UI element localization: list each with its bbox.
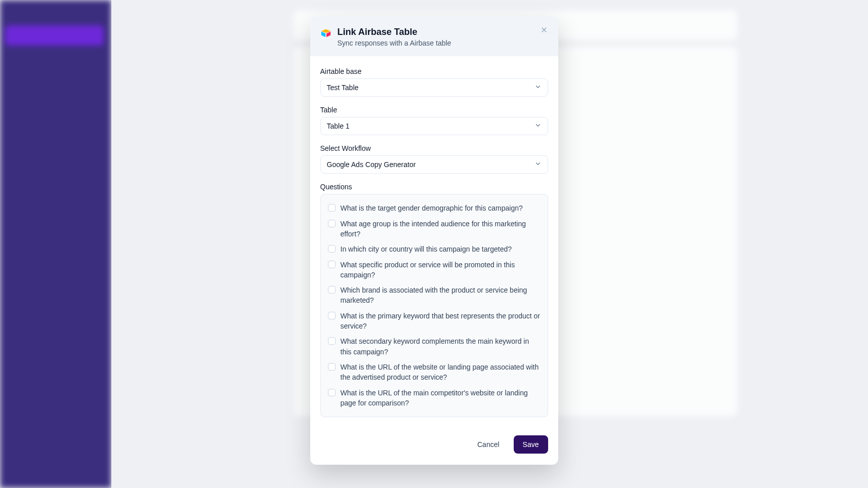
table-label: Table [320, 106, 548, 114]
questions-list: What is the target gender demographic fo… [320, 194, 548, 417]
question-row: What age group is the intended audience … [328, 216, 541, 242]
question-checkbox[interactable] [328, 389, 336, 396]
chevron-down-icon [534, 122, 542, 131]
question-checkbox[interactable] [328, 363, 336, 371]
question-row: What is the URL of the website or landin… [328, 359, 541, 385]
workflow-select[interactable]: Google Ads Copy Generator [320, 155, 548, 174]
question-label[interactable]: Which brand is associated with the produ… [341, 285, 541, 306]
question-checkbox[interactable] [328, 337, 336, 345]
question-row: What is the URL of the main competitor's… [328, 385, 541, 411]
workflow-field: Select Workflow Google Ads Copy Generato… [320, 144, 548, 174]
airtable-icon [320, 27, 332, 38]
chevron-down-icon [534, 84, 542, 92]
question-row: What is the target gender demographic fo… [328, 200, 541, 216]
modal-header: Link Airbase Table Sync responses with a… [310, 16, 558, 56]
modal-title: Link Airbase Table [338, 26, 451, 38]
modal-overlay: Link Airbase Table Sync responses with a… [0, 0, 868, 488]
question-row: Which brand is associated with the produ… [328, 282, 541, 308]
modal-subtitle: Sync responses with a Airbase table [338, 39, 451, 47]
workflow-label: Select Workflow [320, 144, 548, 152]
question-row: What specific product or service will be… [328, 257, 541, 283]
close-button[interactable] [537, 23, 551, 37]
save-button[interactable]: Save [514, 435, 548, 454]
questions-label: Questions [320, 183, 548, 191]
question-label[interactable]: What secondary keyword complements the m… [341, 336, 541, 357]
question-checkbox[interactable] [328, 220, 336, 227]
table-select[interactable]: Table 1 [320, 117, 548, 135]
questions-field: Questions What is the target gender demo… [320, 183, 548, 417]
question-row: In which city or country will this campa… [328, 241, 541, 257]
question-checkbox[interactable] [328, 312, 336, 319]
airtable-base-field: Airtable base Test Table [320, 67, 548, 97]
airtable-base-label: Airtable base [320, 67, 548, 75]
question-checkbox[interactable] [328, 245, 336, 253]
question-label[interactable]: What is the target gender demographic fo… [341, 203, 523, 213]
airtable-base-select[interactable]: Test Table [320, 78, 548, 97]
question-checkbox[interactable] [328, 204, 336, 212]
question-label[interactable]: What specific product or service will be… [341, 260, 541, 280]
question-row: What is the primary keyword that best re… [328, 308, 541, 334]
airtable-base-value: Test Table [327, 84, 359, 92]
chevron-down-icon [534, 160, 542, 169]
link-airbase-modal: Link Airbase Table Sync responses with a… [310, 16, 558, 465]
question-label[interactable]: What is the URL of the website or landin… [341, 362, 541, 383]
question-checkbox[interactable] [328, 286, 336, 294]
workflow-value: Google Ads Copy Generator [327, 160, 416, 169]
table-field: Table Table 1 [320, 106, 548, 135]
close-icon [540, 26, 548, 35]
cancel-button[interactable]: Cancel [468, 435, 509, 454]
question-label[interactable]: What is the primary keyword that best re… [341, 311, 541, 332]
question-row: What secondary keyword complements the m… [328, 334, 541, 359]
question-label[interactable]: In which city or country will this campa… [341, 244, 512, 254]
question-checkbox[interactable] [328, 261, 336, 268]
modal-footer: Cancel Save [310, 426, 558, 465]
table-value: Table 1 [327, 122, 350, 130]
question-label[interactable]: What is the URL of the main competitor's… [341, 388, 541, 409]
question-label[interactable]: What age group is the intended audience … [341, 219, 541, 239]
modal-body: Airtable base Test Table Table Table 1 [310, 56, 558, 426]
